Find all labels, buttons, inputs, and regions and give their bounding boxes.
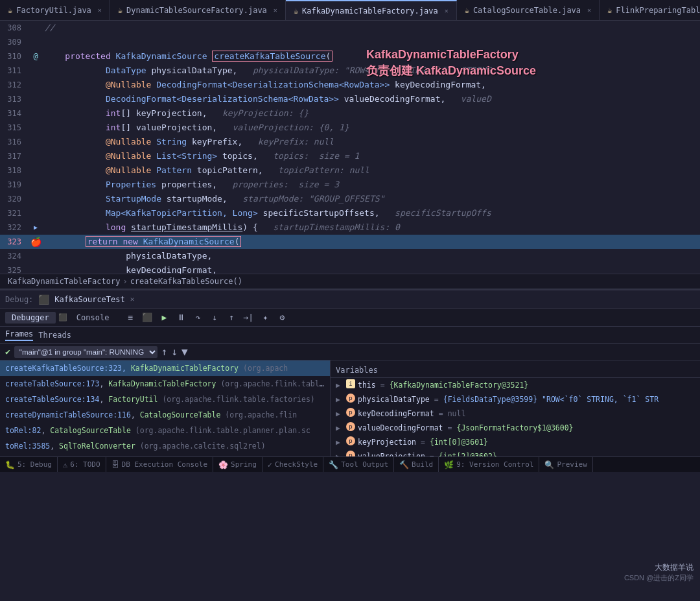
status-todo[interactable]: ⚠ 6: TODO [58,457,106,472]
line-content: Properties properties, properties: size … [42,178,700,192]
frame-0[interactable]: createKafkaTableSource:323, KafkaDynamic… [0,360,330,376]
tab-label: FactoryUtil.java [16,6,91,15]
code-line-317: 317 @Nullable List<String> topics, topic… [0,149,700,163]
line-num: 310 [0,49,29,64]
line-marker: 🍎 [29,235,42,249]
stop-btn[interactable]: ⬛ [140,311,154,325]
step-out-btn[interactable]: ↑ [224,311,239,325]
close-icon[interactable]: ✕ [445,7,449,14]
spring-icon: 🌸 [218,460,228,469]
code-line-319: 319 Properties properties, properties: s… [0,178,700,192]
line-content: @Nullable String keyPrefix, keyPrefix: n… [42,135,700,149]
line-content: DataType physicalDataType, physicalDataT… [42,64,700,78]
code-line-324: 324 physicalDataType, [0,249,700,263]
var-icon: p [346,394,355,403]
tab-debugger[interactable]: Debugger [5,312,56,324]
step-into-btn[interactable]: ↓ [207,311,222,325]
code-editor: KafkaDynamicTableFactory 负责创建 KafkaDynam… [0,21,700,274]
variables-panel: Variables ▶ i this={KafkaDynamicTableFac… [331,360,700,456]
line-num: 325 [0,263,29,274]
status-db[interactable]: 🗄 DB Execution Console [106,457,213,472]
status-debug[interactable]: 🐛 5: Debug [0,457,58,472]
line-marker: @ [29,49,42,64]
tab-kafkafactory[interactable]: ☕ KafkaDynamicTableFactory.java ✕ [286,0,457,21]
evaluate-btn[interactable]: ✦ [258,311,272,325]
line-content: keyDecodingFormat, [42,263,700,274]
line-content: Map<KafkaTopicPartition, Long> specificS… [42,206,700,220]
tab-dynamictable[interactable]: ☕ DynamicTableSourceFactory.java ✕ [110,0,286,21]
tab-bar: ☕ FactoryUtil.java ✕ ☕ DynamicTableSourc… [0,0,700,21]
line-num: 323 [0,235,29,249]
line-num: 309 [0,35,29,49]
thread-selector[interactable]: "main"@1 in group "main": RUNNING [14,346,158,358]
line-num: 316 [0,135,29,149]
line-content: return new KafkaDynamicSource( [42,235,700,249]
debug-panel: Debug: ⬛ KafkaSourceTest ✕ Debugger ⬛ Co… [0,289,700,456]
var-icon: i [346,379,355,388]
preview-icon: 🔍 [544,460,554,469]
build-icon: 🔨 [399,460,409,469]
frame-3[interactable]: createDynamicTableSource:116, CatalogSou… [0,407,330,423]
status-build[interactable]: 🔨 Build [394,457,439,472]
preview-label: Preview [557,460,587,469]
status-preview[interactable]: 🔍 Preview [539,457,592,472]
line-num: 308 [0,21,29,35]
tab-factoryutil[interactable]: ☕ FactoryUtil.java ✕ [0,0,110,21]
line-marker: ▶ [29,220,42,235]
status-spring[interactable]: 🌸 Spring [213,457,262,472]
tab-flink[interactable]: ☕ FlinkPreparingTableBase.java ✕ [600,0,700,21]
code-line-308: 308 // [0,21,700,35]
code-line-314: 314 int[] keyProjection, keyProjection: … [0,106,700,121]
rerun-btn[interactable]: ≡ [123,311,137,325]
checkstyle-icon: ✓ [268,460,272,469]
status-tooloutput[interactable]: 🔧 Tool Output [323,457,394,472]
run-to-cursor-btn[interactable]: →| [241,311,255,325]
code-line-313: 313 DecodingFormat<DeserializationSchema… [0,92,700,106]
close-icon[interactable]: ✕ [587,6,591,14]
tab-console[interactable]: Console [70,312,116,324]
var-valueDecodingFormat: ▶ p valueDecodingFormat={JsonFormatFacto… [331,421,700,435]
frame-5[interactable]: toRel:3585, SqlToRelConverter (org.apach… [0,438,330,454]
watermark-line2: CSDN @进击的Z同学 [624,573,694,583]
debug-tab-bar: Debugger ⬛ Console ≡ ⬛ ▶ ⏸ ↷ ↓ ↑ →| ✦ ⚙ [0,309,700,327]
close-icon[interactable]: ✕ [274,6,277,14]
var-icon: p [346,451,355,456]
pause-btn[interactable]: ⏸ [174,311,188,325]
breadcrumb-method[interactable]: createKafkaTableSource() [130,277,242,286]
frame-4[interactable]: toRel:82, CatalogSourceTable (org.apache… [0,423,330,438]
variables-header: Variables [331,363,700,378]
breadcrumb-class[interactable]: KafkaDynamicTableFactory [8,277,120,286]
frame-2[interactable]: createTableSource:134, FactoryUtil (org.… [0,392,330,407]
vcs-label: 9: Version Control [456,460,533,469]
threads-tab[interactable]: Threads [38,331,71,340]
resume-btn[interactable]: ▶ [157,311,171,325]
code-line-320: 320 StartupMode startupMode, startupMode… [0,192,700,206]
breadcrumb: KafkaDynamicTableFactory › createKafkaTa… [0,274,700,289]
status-bar: 🐛 5: Debug ⚠ 6: TODO 🗄 DB Execution Cons… [0,456,700,472]
java-icon: ☕ [465,6,469,15]
line-num: 314 [0,106,29,121]
down-btn[interactable]: ↓ [171,346,178,358]
status-checkstyle[interactable]: ✓ CheckStyle [262,457,323,472]
frames-panel: createKafkaTableSource:323, KafkaDynamic… [0,360,331,456]
step-over-btn[interactable]: ↷ [191,311,205,325]
line-num: 315 [0,121,29,135]
filter-btn[interactable]: ▼ [181,346,188,358]
line-num: 324 [0,249,29,263]
close-debug-session[interactable]: ✕ [130,295,135,303]
status-vcs[interactable]: 🌿 9: Version Control [439,457,539,472]
frame-1[interactable]: createTableSource:173, KafkaDynamicTable… [0,376,330,392]
line-num: 319 [0,178,29,192]
var-valueProjection: ▶ p valueProjection={int[2]@3602} [331,449,700,456]
close-icon[interactable]: ✕ [98,6,102,14]
line-num: 321 [0,206,29,220]
line-num: 313 [0,92,29,106]
code-line-318: 318 @Nullable Pattern topicPattern, topi… [0,163,700,178]
frames-tab[interactable]: Frames [5,329,33,341]
settings-btn[interactable]: ⚙ [275,311,289,325]
up-btn[interactable]: ↑ [161,346,168,358]
debug-status-label: 5: Debug [18,460,52,469]
code-line-315: 315 int[] valueProjection, valueProjecti… [0,121,700,135]
check-icon: ✔ [5,347,10,357]
tab-catalogtable[interactable]: ☕ CatalogSourceTable.java ✕ [457,0,600,21]
